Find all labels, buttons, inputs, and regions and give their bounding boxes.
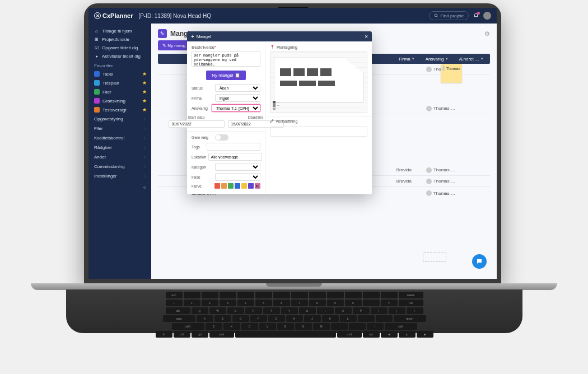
- close-icon[interactable]: ×: [365, 34, 368, 40]
- color-swatch[interactable]: [214, 183, 220, 189]
- attachment-drop[interactable]: [270, 127, 367, 137]
- svg-line-1: [437, 16, 438, 17]
- nav-project-front[interactable]: ⊞Projektforside: [94, 35, 147, 44]
- fav-tabel[interactable]: Tabel★: [94, 69, 147, 78]
- star-icon[interactable]: ★: [142, 107, 147, 113]
- desc-label: Beskrivelse*: [192, 45, 260, 50]
- firma-label: Firma: [192, 96, 213, 100]
- search-placeholder: Find projekt: [440, 13, 464, 18]
- desc-input[interactable]: Der mangler puds på ydervæggene og ved s…: [192, 51, 260, 67]
- ansvarlig-label: Ansvarlig: [192, 106, 209, 110]
- main-area: ✎ Mangl ⚙ ✎ Ny mang Firma▾ Ansvarlig▾ Æn…: [151, 24, 497, 279]
- star-icon[interactable]: ★: [142, 98, 147, 104]
- color-label: Farve: [192, 184, 212, 188]
- favorites-header: Favoritter: [94, 60, 147, 69]
- svg-point-0: [435, 14, 437, 17]
- start-date-label: Start dato: [169, 115, 225, 119]
- menu-radgiver[interactable]: Rådgiver: [94, 143, 147, 152]
- sidebar: ⌂Tilbage til hjem ⊞Projektforside ☑Opgav…: [88, 24, 151, 279]
- menu-kvalitetskontrol[interactable]: Kvalitetskontrol: [94, 133, 147, 143]
- collapse-sidebar[interactable]: «: [143, 181, 147, 190]
- nav-home[interactable]: ⌂Tilbage til hjem: [94, 27, 147, 35]
- status-select[interactable]: Åben: [215, 84, 260, 92]
- attachment-label: 🖉 Vedhæftning: [270, 119, 367, 123]
- sticky-note[interactable]: Thomas: [441, 64, 462, 83]
- location-input[interactable]: [208, 153, 262, 161]
- status-label: Status: [192, 86, 213, 90]
- fav-testoversigt[interactable]: Testoversigt★: [94, 105, 147, 114]
- floorplan[interactable]: — — —: [270, 52, 367, 113]
- plus-icon: +: [191, 34, 194, 40]
- save-choices-toggle[interactable]: [215, 134, 228, 141]
- menu-filer[interactable]: Filer: [94, 124, 147, 133]
- col-ansvarlig[interactable]: Ansvarlig: [426, 57, 444, 62]
- topbar: ✕ CxPlanner [P-ID: 11389] Nova Head HQ F…: [88, 8, 497, 24]
- nav-activities[interactable]: ▸Aktiviteter tildelt dig: [94, 52, 147, 60]
- search-input[interactable]: Find projekt: [429, 11, 469, 20]
- fav-filer[interactable]: Filer★: [94, 87, 147, 96]
- firma-select[interactable]: Ingen: [215, 94, 260, 102]
- defect-modal: + Mangel × Beskrivelse* Der mangler puds…: [187, 31, 372, 194]
- brand-logo: ✕ CxPlanner: [94, 12, 133, 19]
- color-swatch[interactable]: [221, 183, 227, 189]
- phase-label: Fase: [192, 175, 213, 179]
- phase-select[interactable]: [215, 173, 260, 181]
- menu-opgavestyring[interactable]: Opgavestyring: [94, 114, 147, 124]
- color-swatch[interactable]: [235, 183, 240, 189]
- star-icon[interactable]: ★: [142, 89, 147, 95]
- user-avatar[interactable]: [483, 12, 491, 20]
- nav-tasks[interactable]: ☑Opgaver tildelt dig: [94, 44, 147, 52]
- color-swatch[interactable]: ✕: [255, 183, 260, 189]
- color-swatch[interactable]: [248, 183, 254, 189]
- stamp-widget: [423, 252, 446, 262]
- color-swatch[interactable]: [228, 183, 234, 189]
- plan-label: 📍 Plantegning: [270, 45, 367, 49]
- page-icon: ✎: [158, 29, 167, 38]
- category-select[interactable]: [215, 163, 260, 171]
- new-defect-button[interactable]: ✎ Ny mang: [158, 40, 190, 50]
- tags-input[interactable]: [207, 143, 260, 151]
- col-aendret[interactable]: Ændret …: [459, 57, 479, 62]
- star-icon[interactable]: ★: [142, 80, 147, 86]
- tags-label: Tags: [192, 145, 204, 149]
- save-choices-label: Gem valg: [192, 135, 213, 139]
- ansvarlig-select[interactable]: Thomas T.J. [CPH]: [212, 104, 260, 112]
- menu-indstillinger[interactable]: Indstillinger: [94, 171, 147, 181]
- menu-andet[interactable]: Andet: [94, 152, 147, 162]
- modal-titlebar: + Mangel ×: [187, 31, 372, 41]
- menu-commissioning[interactable]: Commissioning: [94, 162, 147, 171]
- col-firma[interactable]: Firma: [399, 57, 410, 62]
- chat-fab[interactable]: [472, 254, 487, 269]
- modal-title: Mangel: [197, 34, 211, 39]
- location-label: Lokation: [192, 155, 206, 159]
- gear-icon[interactable]: ⚙: [484, 30, 490, 38]
- start-date-input[interactable]: [169, 120, 225, 128]
- laptop-keyboard: escdelete ~1234567890-=⌫ tabQWERTYUIOP[]…: [66, 289, 522, 333]
- category-label: Kategori: [192, 165, 213, 169]
- brand-name: CxPlanner: [102, 12, 133, 19]
- project-title: [P-ID: 11389] Nova Head HQ: [138, 13, 211, 19]
- star-icon[interactable]: ★: [142, 71, 147, 77]
- fav-tidsplan[interactable]: Tidsplan★: [94, 78, 147, 87]
- fav-granskning[interactable]: Granskning★: [94, 96, 147, 105]
- bell-icon[interactable]: [473, 13, 479, 18]
- modal-new-defect-button[interactable]: Ny mangel 📋: [206, 71, 245, 80]
- color-swatch[interactable]: [241, 183, 247, 189]
